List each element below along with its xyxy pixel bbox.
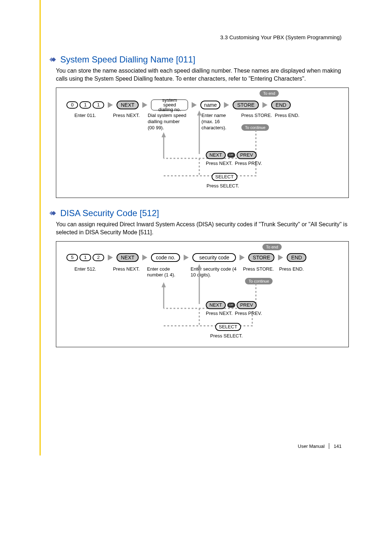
footer-manual: User Manual xyxy=(298,443,325,449)
section-header: DISA Security Code [512] xyxy=(47,208,349,218)
arrow-icon xyxy=(192,102,197,108)
code-no-box: code no. xyxy=(151,253,180,262)
end-button: END xyxy=(287,253,306,262)
hint-press-end: Press END. xyxy=(273,113,302,119)
keypad-keys: 0 1 1 xyxy=(66,101,104,109)
loop-next-prev: NEXT OR PREV xyxy=(206,301,257,309)
loop-next-button: NEXT xyxy=(206,301,226,309)
select-button: SELECT xyxy=(212,173,237,181)
loop-next-button: NEXT xyxy=(206,151,226,159)
end-button: END xyxy=(271,101,291,109)
page-footer: User Manual 141 xyxy=(298,443,342,449)
svg-marker-3 xyxy=(197,264,201,269)
hint-press-select: Press SELECT. xyxy=(210,333,243,339)
loop-prev-button: PREV xyxy=(237,151,257,159)
section-system-speed-dialling: System Speed Dialling Name [011] You can… xyxy=(47,54,349,198)
hint-press-select: Press SELECT. xyxy=(207,183,239,189)
arrow-icon xyxy=(108,102,113,108)
arrow-icon xyxy=(262,102,268,108)
key-2: 2 xyxy=(93,254,104,261)
section-title: System Speed Dialling Name [011] xyxy=(60,54,195,65)
arrow-icon xyxy=(184,255,189,260)
arrow-icon xyxy=(108,255,113,260)
section-title: DISA Security Code [512] xyxy=(60,208,159,218)
arrow-icon xyxy=(240,255,245,260)
box-line1: system speed xyxy=(156,98,183,107)
arrow-icon xyxy=(224,102,229,108)
svg-marker-2 xyxy=(162,282,166,287)
page-content: 3.3 Customising Your PBX (System Program… xyxy=(40,0,349,455)
section-disa-security-code: DISA Security Code [512] You can assign … xyxy=(47,208,349,347)
arrow-icon xyxy=(142,255,147,260)
key-0: 0 xyxy=(66,101,78,109)
security-code-box: security code xyxy=(192,253,236,262)
diamond-bullet-icon xyxy=(47,56,57,63)
to-end-label: To end xyxy=(260,90,279,97)
section-body: You can store the name associated with e… xyxy=(56,67,349,83)
key-5: 5 xyxy=(66,254,78,261)
key-1: 1 xyxy=(79,254,91,261)
loop-prev-button: PREV xyxy=(237,301,257,309)
store-button: STORE xyxy=(248,253,274,262)
arrow-icon xyxy=(142,102,147,108)
hint-enter-011: Enter 011. xyxy=(71,113,100,119)
hint-loop-prev: Press PREV. xyxy=(235,311,262,317)
footer-page-number: 141 xyxy=(334,443,342,449)
hint-loop-next: Press NEXT. xyxy=(206,161,233,167)
section-body: You can assign required Direct Inward Sy… xyxy=(56,220,349,237)
next-button: NEXT xyxy=(117,253,139,262)
key-1b: 1 xyxy=(93,101,104,109)
loop-next-prev: NEXT OR PREV xyxy=(206,151,257,159)
hint-press-next: Press NEXT. xyxy=(110,113,143,119)
keypad-keys: 5 1 2 xyxy=(66,254,104,261)
section-header: System Speed Dialling Name [011] xyxy=(47,54,349,65)
hint-loop-prev: Press PREV. xyxy=(235,161,262,167)
procedure-diagram-011: To end 0 1 1 NEXT system speed dialling … xyxy=(56,88,349,198)
arrow-icon xyxy=(278,255,283,260)
svg-marker-0 xyxy=(162,132,166,137)
svg-marker-1 xyxy=(197,110,201,116)
hint-press-end: Press END. xyxy=(277,266,306,272)
procedure-diagram-512: To end 5 1 2 NEXT code no. security code… xyxy=(56,241,349,347)
hint-enter-512: Enter 512. xyxy=(71,266,100,272)
select-button: SELECT xyxy=(215,323,241,331)
next-button: NEXT xyxy=(117,101,139,109)
breadcrumb: 3.3 Customising Your PBX (System Program… xyxy=(220,34,342,40)
footer-divider xyxy=(329,443,329,449)
to-end-label: To end xyxy=(262,244,282,250)
or-label: OR xyxy=(227,153,235,158)
hint-loop-next: Press NEXT. xyxy=(206,311,233,317)
diamond-bullet-icon xyxy=(47,210,57,217)
hint-press-next: Press NEXT. xyxy=(110,266,143,272)
or-label: OR xyxy=(227,303,235,308)
loop-arrows xyxy=(158,261,267,337)
key-1: 1 xyxy=(79,101,91,109)
